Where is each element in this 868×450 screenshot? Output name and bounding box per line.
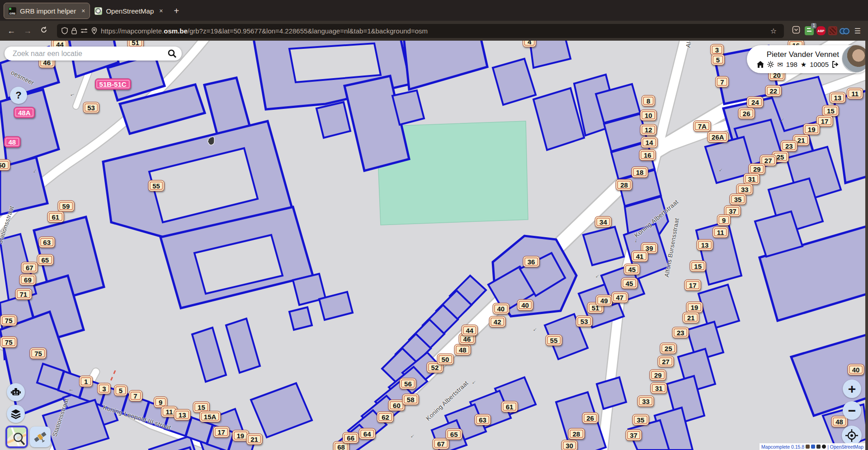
house-number-badge[interactable]: 67 bbox=[21, 262, 38, 273]
house-number-badge[interactable]: 47 bbox=[612, 292, 628, 303]
home-icon[interactable] bbox=[757, 61, 764, 68]
zoom-out-button[interactable]: − bbox=[843, 401, 861, 420]
house-number-badge[interactable]: 4 bbox=[523, 41, 536, 47]
tab-openstreetmap[interactable]: OpenStreetMap × bbox=[90, 3, 167, 19]
house-number-badge[interactable]: 13 bbox=[829, 92, 846, 103]
menu-button[interactable]: ☰ bbox=[852, 27, 863, 35]
house-number-badge[interactable]: 19 bbox=[803, 123, 820, 135]
house-number-badge[interactable]: 22 bbox=[765, 85, 782, 97]
house-number-badge[interactable]: 75 bbox=[0, 314, 17, 326]
house-number-badge[interactable]: 58 bbox=[402, 394, 419, 405]
house-number-badge[interactable]: 61 bbox=[47, 211, 64, 222]
house-number-badge[interactable]: 17 bbox=[213, 427, 230, 438]
pocket-save-icon[interactable] bbox=[790, 26, 802, 36]
house-number-badge[interactable]: 31 bbox=[743, 173, 760, 185]
reload-button[interactable] bbox=[37, 26, 51, 36]
house-number-badge[interactable]: 9 bbox=[717, 214, 731, 225]
house-number-badge[interactable]: 11 bbox=[847, 88, 863, 99]
house-number-badge[interactable]: 45 bbox=[623, 264, 640, 275]
house-number-badge[interactable]: 48 bbox=[831, 416, 848, 427]
house-number-badge[interactable]: 48 bbox=[454, 344, 471, 356]
bookmark-star-icon[interactable]: ☆ bbox=[768, 27, 779, 35]
mapcomplete-version[interactable]: Mapcomplete 0.15.8 bbox=[761, 444, 804, 450]
house-number-badge[interactable]: 26 bbox=[738, 108, 755, 119]
house-number-badge[interactable]: 35 bbox=[730, 193, 746, 205]
house-number-badge[interactable]: 64 bbox=[359, 428, 376, 439]
house-number-badge[interactable]: 24 bbox=[747, 96, 764, 108]
location-pin-icon[interactable] bbox=[91, 27, 97, 34]
cors-extension-icon[interactable] bbox=[828, 26, 837, 35]
house-number-badge[interactable]: 15A bbox=[199, 411, 221, 422]
house-number-badge[interactable]: 40 bbox=[848, 364, 864, 375]
url-bar[interactable]: https://mapcomplete.osm.be/grb?z=19&lat=… bbox=[57, 24, 784, 38]
house-number-badge[interactable]: 59 bbox=[58, 201, 75, 212]
house-number-badge[interactable]: 71 bbox=[15, 288, 32, 300]
house-number-badge[interactable]: 65 bbox=[37, 254, 53, 265]
house-number-badge[interactable]: 16 bbox=[639, 149, 656, 160]
house-number-badge[interactable]: 18 bbox=[632, 166, 648, 178]
house-number-badge[interactable]: 55 bbox=[546, 335, 562, 346]
background-style-aerial-button[interactable] bbox=[30, 427, 51, 447]
house-number-badge[interactable]: 31 bbox=[651, 383, 667, 394]
house-number-badge[interactable]: 51B-51C bbox=[95, 79, 131, 90]
house-number-badge[interactable]: 45 bbox=[621, 278, 638, 289]
house-number-badge[interactable]: 37 bbox=[625, 430, 642, 441]
house-number-badge[interactable]: 21 bbox=[246, 434, 263, 445]
house-number-badge[interactable]: 8 bbox=[642, 95, 655, 107]
house-number-badge[interactable]: 28 bbox=[616, 179, 632, 190]
house-number-badge[interactable]: 50 bbox=[0, 159, 10, 170]
contributor-icon[interactable] bbox=[806, 445, 810, 449]
layers-button[interactable] bbox=[7, 405, 25, 423]
background-style-map-button[interactable] bbox=[5, 426, 28, 448]
tab-close-icon[interactable]: × bbox=[81, 7, 85, 14]
user-panel[interactable]: Pieter Vander Vennet ✉ 198 ★ 10005 bbox=[747, 45, 868, 73]
house-number-badge[interactable]: 23 bbox=[672, 327, 689, 338]
house-number-badge[interactable]: 69 bbox=[19, 274, 36, 286]
house-number-badge[interactable]: 63 bbox=[38, 236, 55, 248]
house-number-badge[interactable]: 48A bbox=[14, 107, 35, 118]
search-input[interactable] bbox=[12, 49, 167, 58]
house-number-badge[interactable]: 41 bbox=[632, 250, 648, 262]
house-number-badge[interactable]: 33 bbox=[637, 396, 654, 407]
help-button[interactable]: ? bbox=[10, 87, 27, 104]
mail-icon[interactable]: ✉ bbox=[777, 61, 783, 69]
house-number-badge[interactable]: 40 bbox=[517, 300, 533, 311]
permissions-icon[interactable] bbox=[80, 28, 88, 33]
house-number-badge[interactable]: 30 bbox=[561, 440, 578, 450]
edit-icon[interactable] bbox=[816, 445, 821, 449]
house-number-badge[interactable]: 13 bbox=[697, 239, 713, 251]
house-number-badge[interactable]: 5 bbox=[711, 54, 725, 65]
house-number-badge[interactable]: 34 bbox=[595, 216, 612, 228]
tab-grb-import-helper[interactable]: GRB GRB import helper × bbox=[4, 3, 90, 19]
house-number-badge[interactable]: 13 bbox=[174, 409, 191, 421]
import-robot-button[interactable] bbox=[7, 383, 25, 401]
search-icon[interactable] bbox=[167, 49, 177, 59]
back-button[interactable]: ← bbox=[5, 26, 18, 36]
house-number-badge[interactable]: 40 bbox=[492, 303, 509, 314]
tab-close-icon[interactable]: × bbox=[159, 7, 163, 14]
house-number-badge[interactable]: 17 bbox=[684, 279, 701, 291]
extension-grb-icon[interactable]: 1 bbox=[805, 26, 814, 35]
house-number-badge[interactable]: 55 bbox=[148, 180, 165, 191]
zoom-in-button[interactable]: + bbox=[843, 380, 861, 398]
avatar[interactable] bbox=[842, 45, 868, 73]
house-number-badge[interactable]: 27 bbox=[657, 356, 674, 367]
gear-icon[interactable] bbox=[767, 61, 774, 68]
house-number-badge[interactable]: 65 bbox=[446, 428, 462, 440]
map-attribution[interactable]: Mapcomplete 0.15.8 | OpenStreetMap bbox=[760, 443, 865, 450]
house-number-badge[interactable]: 50 bbox=[437, 353, 454, 365]
house-number-badge[interactable]: 10 bbox=[640, 109, 657, 121]
house-number-badge[interactable]: 19 bbox=[686, 301, 703, 313]
shield-icon[interactable] bbox=[61, 27, 68, 34]
house-number-badge[interactable]: 28 bbox=[568, 428, 585, 439]
house-number-badge[interactable]: 14 bbox=[641, 136, 658, 148]
goggles-extension-icon[interactable] bbox=[840, 26, 849, 35]
house-number-badge[interactable]: 75 bbox=[0, 336, 17, 347]
house-number-badge[interactable]: 29 bbox=[749, 163, 765, 174]
house-number-badge[interactable]: 15 bbox=[689, 261, 706, 272]
house-number-badge[interactable]: 26A bbox=[707, 131, 729, 142]
house-number-badge[interactable]: 48 bbox=[4, 136, 21, 147]
house-number-badge[interactable]: 15 bbox=[822, 105, 839, 116]
house-number-badge[interactable]: 75 bbox=[30, 348, 47, 359]
adblock-plus-icon[interactable]: ABP bbox=[816, 26, 826, 35]
